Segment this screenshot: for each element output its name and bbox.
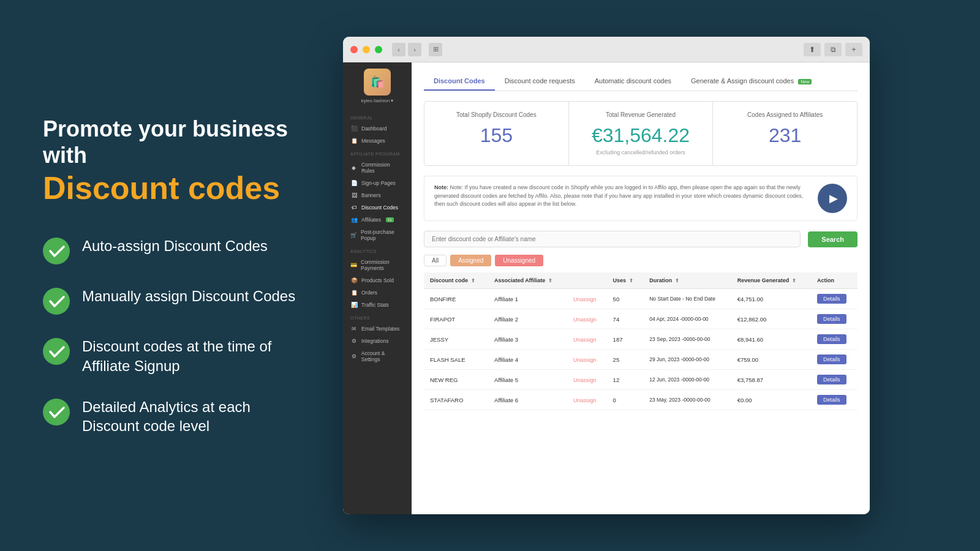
messages-icon: 📋 (350, 138, 358, 144)
dashboard-icon: ⬛ (350, 126, 358, 132)
sidebar-item-integrations-label: Integrations (361, 338, 388, 344)
tab-generate-assign[interactable]: Generate & Assign discount codes New (681, 72, 821, 91)
col-header-discount-code[interactable]: Discount code ⬆ (424, 272, 488, 289)
cell-unassign[interactable]: Unassign (567, 350, 607, 370)
tab-discount-codes[interactable]: Discount Codes (424, 72, 495, 91)
sidebar-item-products-sold[interactable]: 📦 Products Sold (343, 274, 412, 287)
filter-assigned-button[interactable]: Assigned (450, 255, 491, 266)
stat-value-total-revenue: €31,564.22 (579, 124, 703, 147)
col-header-revenue[interactable]: Revenue Generated ⬆ (731, 272, 811, 289)
cell-affiliate: Affiliate 4 (488, 350, 567, 370)
sidebar-item-post-purchase[interactable]: 🛒 Post-purchase Popup (343, 226, 412, 244)
cell-uses: 0 (607, 390, 644, 410)
banners-icon: 🖼 (350, 192, 358, 198)
feature-item-analytics: Detailed Analytics at each Discount code… (43, 397, 306, 435)
sidebar-item-banners-label: Banners (361, 192, 381, 198)
sidebar-item-orders[interactable]: 📋 Orders (343, 287, 412, 299)
sidebar-shop-name[interactable]: kyles-fashion ▾ (361, 98, 394, 103)
cell-duration: No Start Date - No End Date (643, 289, 731, 309)
tab-discount-code-requests[interactable]: Discount code requests (495, 72, 585, 91)
cell-unassign[interactable]: Unassign (567, 390, 607, 410)
cell-action[interactable]: Details (811, 289, 858, 309)
sidebar-item-commission-payments[interactable]: 💳 Commission Payments (343, 256, 412, 274)
sidebar-item-traffic-stats[interactable]: 📊 Traffic Stats (343, 299, 412, 311)
cell-revenue: €759.00 (731, 350, 811, 370)
back-arrow[interactable]: ‹ (392, 43, 405, 56)
search-button[interactable]: Search (808, 231, 858, 247)
browser-maximize-dot[interactable] (375, 46, 382, 53)
headline-top: Promote your business with (43, 116, 306, 168)
details-button[interactable]: Details (817, 294, 846, 304)
sidebar-item-messages[interactable]: 📋 Messages (343, 135, 412, 147)
forward-arrow[interactable]: › (408, 43, 421, 56)
cell-unassign[interactable]: Unassign (567, 289, 607, 309)
sidebar-item-messages-label: Messages (361, 138, 385, 144)
svg-point-3 (43, 399, 70, 425)
tab-grid-icon[interactable]: ⊞ (429, 43, 442, 56)
sidebar-item-discount-codes[interactable]: 🏷 Discount Codes (343, 201, 412, 214)
cell-code: FLASH SALE (424, 350, 488, 370)
account-settings-icon: ⚙ (350, 353, 358, 359)
browser-wrapper: ‹ › ⊞ ⬆ ⧉ + 🛍️ kyles-fashion ▾ GENERAL ⬛… (343, 18, 980, 533)
stats-row: Total Shopify Discount Codes 155 Total R… (424, 101, 858, 166)
col-header-associated-affiliate[interactable]: Associated Affiliate ⬆ (488, 272, 567, 289)
cell-code: JESSY (424, 329, 488, 350)
cell-action[interactable]: Details (811, 350, 858, 370)
browser-chrome: ‹ › ⊞ ⬆ ⧉ + (343, 37, 870, 62)
details-button[interactable]: Details (817, 314, 846, 324)
cell-affiliate: Affiliate 6 (488, 390, 567, 410)
browser-close-dot[interactable] (350, 46, 358, 53)
sidebar-item-signup-pages-label: Sign-up Pages (361, 180, 396, 186)
filter-unassigned-button[interactable]: Unassigned (495, 255, 543, 266)
email-templates-icon: ✉ (350, 326, 358, 332)
stat-sub-total-revenue: Excluding cancelled/refunded orders (579, 149, 703, 156)
cell-affiliate: Affiliate 1 (488, 289, 567, 309)
col-header-uses[interactable]: Uses ⬆ (607, 272, 644, 289)
sidebar-item-post-purchase-label: Post-purchase Popup (361, 229, 404, 241)
sidebar-item-account-settings-label: Account & Settings (361, 350, 404, 362)
play-button[interactable]: ▶ (818, 184, 847, 213)
sidebar-item-account-settings[interactable]: ⚙ Account & Settings (343, 347, 412, 365)
browser-minimize-dot[interactable] (363, 46, 370, 53)
table-row: JESSY Affiliate 3 Unassign 187 23 Sep, 2… (424, 329, 858, 350)
cell-unassign[interactable]: Unassign (567, 329, 607, 350)
sidebar-item-affiliates[interactable]: 👥 Affiliates 11 (343, 214, 412, 226)
cell-action[interactable]: Details (811, 370, 858, 390)
cell-action[interactable]: Details (811, 309, 858, 329)
col-header-action: Action (811, 272, 858, 289)
details-button[interactable]: Details (817, 334, 846, 344)
filter-all-button[interactable]: All (424, 255, 447, 266)
sidebar-analytics-label: ANALYTICS (343, 249, 377, 253)
sidebar-item-commission-rules-label: Commission Rules (361, 162, 404, 174)
note-box: Note: Note: If you have created a new di… (424, 176, 858, 221)
search-input[interactable] (424, 231, 801, 247)
sidebar-item-signup-pages[interactable]: 📄 Sign-up Pages (343, 177, 412, 189)
signup-pages-icon: 📄 (350, 180, 358, 186)
affiliates-badge: 11 (386, 217, 394, 222)
duplicate-icon[interactable]: ⧉ (824, 43, 842, 56)
sidebar-item-banners[interactable]: 🖼 Banners (343, 189, 412, 201)
details-button[interactable]: Details (817, 354, 846, 364)
commission-payments-icon: 💳 (350, 262, 357, 268)
details-button[interactable]: Details (817, 395, 846, 405)
col-header-duration[interactable]: Duration ⬆ (643, 272, 731, 289)
cell-code: FIRAPOT (424, 309, 488, 329)
details-button[interactable]: Details (817, 375, 846, 384)
sidebar-item-orders-label: Orders (361, 290, 377, 296)
add-tab-icon[interactable]: + (845, 43, 862, 56)
cell-duration: 23 Sep, 2023 -0000-00-00 (643, 329, 731, 350)
cell-unassign[interactable]: Unassign (567, 370, 607, 390)
sidebar-item-commission-rules[interactable]: ◆ Commission Rules (343, 159, 412, 177)
cell-action[interactable]: Details (811, 390, 858, 410)
tab-automatic-discount-codes[interactable]: Automatic discount codes (585, 72, 681, 91)
sidebar-item-traffic-stats-label: Traffic Stats (361, 302, 389, 308)
share-icon[interactable]: ⬆ (804, 43, 821, 56)
sidebar-affiliate-label: AFFILIATE PROGRAM (343, 152, 400, 156)
cell-unassign[interactable]: Unassign (567, 309, 607, 329)
table-row: FIRAPOT Affiliate 2 Unassign 74 04 Apr, … (424, 309, 858, 329)
sidebar-item-dashboard[interactable]: ⬛ Dashboard (343, 122, 412, 135)
sidebar-item-integrations[interactable]: ⚙ Integrations (343, 335, 412, 347)
sidebar-item-email-templates[interactable]: ✉ Email Templates (343, 323, 412, 335)
cell-uses: 74 (607, 309, 644, 329)
cell-action[interactable]: Details (811, 329, 858, 350)
